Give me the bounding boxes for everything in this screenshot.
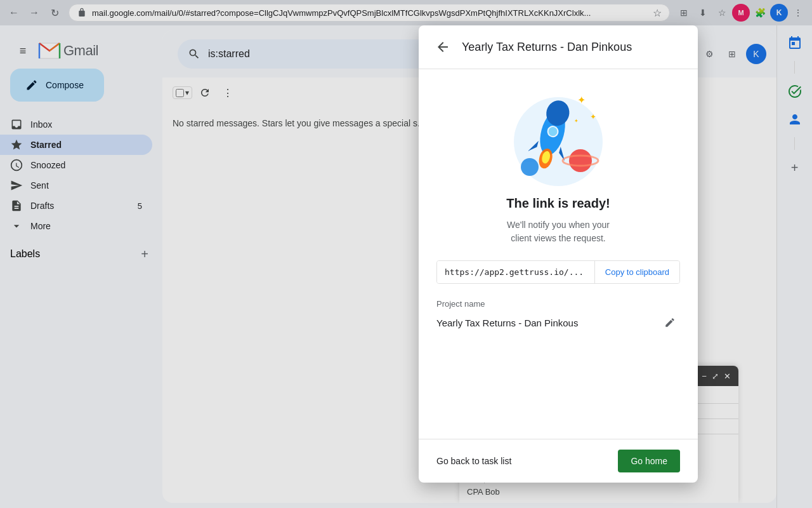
project-name-section: Project name Yearly Tax Returns - Dan Pi… (436, 299, 680, 333)
modal-panel: Yearly Tax Returns - Dan Pinkous ✦ ✦ ✦ (419, 25, 698, 483)
link-ready-subtitle: We'll notify you when yourclient views t… (507, 218, 610, 245)
svg-text:✦: ✦ (574, 118, 579, 124)
rocket-illustration: ✦ ✦ ✦ (508, 84, 609, 186)
svg-point-10 (569, 149, 592, 172)
copy-to-clipboard-button[interactable]: Copy to clipboard (594, 261, 679, 283)
link-ready-title: The link is ready! (506, 196, 610, 211)
project-name-value: Yearly Tax Returns - Dan Pinkous (436, 318, 578, 328)
url-row: Copy to clipboard (436, 260, 680, 284)
edit-project-name-button[interactable] (660, 312, 680, 333)
modal-header: Yearly Tax Returns - Dan Pinkous (419, 25, 698, 69)
modal-title: Yearly Tax Returns - Dan Pinkous (462, 41, 685, 54)
go-back-to-task-list-button[interactable]: Go back to task list (436, 456, 511, 466)
project-name-row: Yearly Tax Returns - Dan Pinkous (436, 312, 680, 333)
modal-footer: Go back to task list Go home (419, 439, 698, 483)
rocket-svg: ✦ ✦ ✦ (508, 84, 609, 186)
svg-text:✦: ✦ (590, 112, 596, 121)
go-home-button[interactable]: Go home (618, 450, 680, 472)
svg-text:✦: ✦ (577, 95, 586, 105)
url-field[interactable] (437, 261, 594, 283)
modal-body: ✦ ✦ ✦ (419, 69, 698, 439)
svg-point-9 (521, 158, 539, 176)
project-name-label: Project name (436, 299, 680, 309)
modal-back-button[interactable] (431, 36, 454, 58)
